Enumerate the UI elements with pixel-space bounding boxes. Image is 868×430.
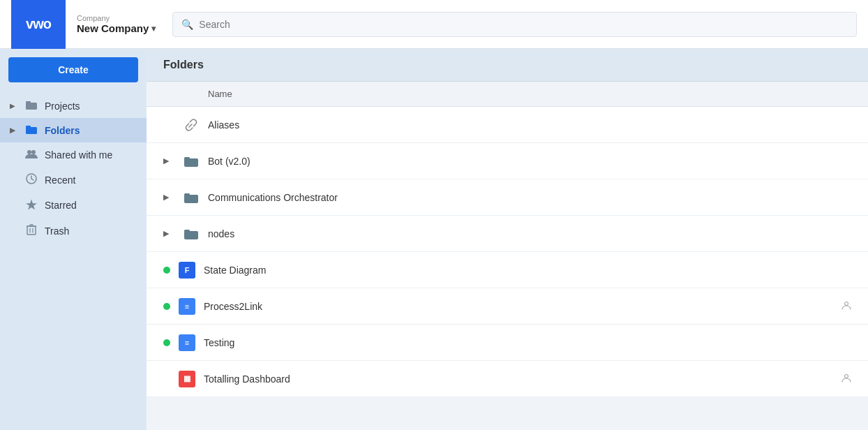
state-diagram-icon: F bbox=[179, 262, 195, 279]
folders-title: Folders bbox=[163, 59, 204, 71]
svg-rect-1 bbox=[26, 101, 31, 103]
item-name: State Diagram bbox=[204, 265, 851, 276]
list-item[interactable]: ≡ Testing bbox=[147, 325, 868, 361]
header: vwo Company New Company ▾ 🔍 bbox=[0, 0, 868, 49]
svg-rect-13 bbox=[184, 230, 190, 232]
trash-icon bbox=[25, 224, 38, 237]
svg-rect-11 bbox=[184, 193, 190, 196]
process-icon: ≡ bbox=[179, 298, 195, 315]
content-area: Folders Name ▶ Aliases ▶ bbox=[147, 49, 868, 430]
create-button[interactable]: Create bbox=[8, 57, 138, 82]
logo: vwo bbox=[11, 0, 66, 49]
svg-point-5 bbox=[31, 150, 36, 154]
sidebar-item-label: Recent bbox=[45, 175, 75, 186]
projects-icon bbox=[25, 100, 38, 112]
folder-icon bbox=[183, 153, 200, 170]
folder-icon bbox=[183, 225, 200, 242]
share-icon bbox=[841, 373, 851, 385]
process-badge: ≡ bbox=[179, 298, 195, 315]
totalling-badge: ▦ bbox=[179, 371, 195, 387]
expand-icon[interactable]: ▶ bbox=[163, 193, 174, 202]
item-name: Bot (v2.0) bbox=[208, 156, 851, 167]
item-name: Process2Link bbox=[204, 301, 830, 312]
company-info[interactable]: Company New Company ▾ bbox=[77, 14, 156, 34]
sidebar-item-projects[interactable]: ▶ Projects bbox=[0, 94, 147, 118]
svg-point-14 bbox=[845, 302, 848, 306]
list-item[interactable]: ▶ Bot (v2.0) bbox=[147, 143, 868, 179]
table-header: Name bbox=[147, 82, 868, 107]
expand-arrow-icon: ▶ bbox=[10, 126, 18, 134]
expand-arrow-icon: ▶ bbox=[10, 102, 18, 110]
item-name: Testing bbox=[204, 337, 851, 348]
recent-icon bbox=[25, 173, 38, 186]
list-item[interactable]: ▶ Communications Orchestrator bbox=[147, 179, 868, 216]
folders-header: Folders bbox=[147, 49, 868, 82]
logo-text: vwo bbox=[26, 16, 51, 32]
expand-icon[interactable]: ▶ bbox=[163, 156, 174, 165]
sidebar-item-label: Folders bbox=[45, 125, 80, 136]
sidebar-item-folders[interactable]: ▶ Folders bbox=[0, 118, 147, 142]
state-diagram-badge: F bbox=[179, 262, 195, 279]
main-layout: Create ▶ Projects ▶ Folders bbox=[0, 49, 868, 430]
company-label: Company bbox=[77, 14, 156, 22]
svg-rect-3 bbox=[26, 126, 31, 128]
list-item[interactable]: ≡ Process2Link bbox=[147, 288, 868, 325]
item-name: Aliases bbox=[208, 119, 851, 131]
search-bar: 🔍 bbox=[172, 12, 857, 37]
svg-rect-9 bbox=[184, 157, 190, 160]
item-name: Communications Orchestrator bbox=[208, 192, 851, 203]
list-item[interactable]: F State Diagram bbox=[147, 252, 868, 288]
totalling-icon: ▦ bbox=[179, 371, 195, 387]
sidebar-item-label: Trash bbox=[45, 225, 69, 237]
sidebar-item-label: Projects bbox=[45, 101, 80, 112]
sidebar-item-label: Starred bbox=[45, 200, 77, 211]
share-icon bbox=[841, 300, 851, 312]
sidebar-item-recent[interactable]: ▶ Recent bbox=[0, 167, 147, 193]
search-input[interactable] bbox=[199, 19, 848, 30]
shared-icon bbox=[25, 149, 38, 161]
sidebar: Create ▶ Projects ▶ Folders bbox=[0, 49, 147, 430]
svg-point-4 bbox=[27, 150, 31, 154]
testing-badge: ≡ bbox=[179, 334, 195, 351]
folders-icon bbox=[25, 124, 38, 136]
starred-icon bbox=[25, 199, 38, 212]
sidebar-item-starred[interactable]: ▶ Starred bbox=[0, 193, 147, 218]
svg-rect-7 bbox=[27, 226, 36, 235]
expand-icon[interactable]: ▶ bbox=[163, 229, 174, 238]
sidebar-item-shared[interactable]: ▶ Shared with me bbox=[0, 142, 147, 167]
search-icon: 🔍 bbox=[181, 19, 193, 30]
company-name[interactable]: New Company ▾ bbox=[77, 22, 156, 34]
list-item[interactable]: ▶ Aliases bbox=[147, 107, 868, 143]
status-dot bbox=[163, 303, 170, 310]
svg-point-15 bbox=[845, 375, 848, 378]
status-dot bbox=[163, 339, 170, 346]
alias-icon bbox=[183, 117, 200, 133]
chevron-down-icon: ▾ bbox=[151, 24, 156, 34]
list-item[interactable]: ▦ Totalling Dashboard bbox=[147, 361, 868, 397]
item-name: nodes bbox=[208, 228, 851, 239]
name-column-header: Name bbox=[208, 89, 232, 99]
testing-icon: ≡ bbox=[179, 334, 195, 351]
svg-rect-2 bbox=[26, 127, 37, 134]
sidebar-item-trash[interactable]: ▶ Trash bbox=[0, 218, 147, 244]
sidebar-item-label: Shared with me bbox=[45, 149, 112, 161]
item-name: Totalling Dashboard bbox=[204, 373, 830, 385]
svg-rect-0 bbox=[26, 103, 37, 110]
list-item[interactable]: ▶ nodes bbox=[147, 216, 868, 252]
status-dot bbox=[163, 267, 170, 274]
folder-icon bbox=[183, 189, 200, 206]
